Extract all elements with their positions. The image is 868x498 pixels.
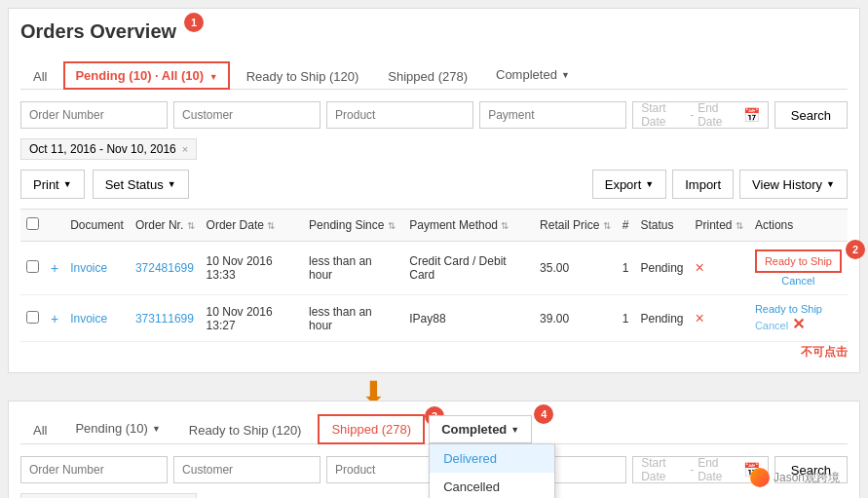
row2-document[interactable]: Invoice (70, 312, 107, 326)
col-payment-method: Payment Method ⇅ (403, 210, 534, 242)
tab-all-top[interactable]: All (20, 62, 59, 90)
col-pending-since: Pending Since ⇅ (303, 210, 403, 242)
row1-pending-since: less than an hour (303, 242, 403, 295)
import-button[interactable]: Import (672, 170, 734, 199)
row2-checkbox[interactable] (26, 311, 39, 324)
row1-order-nr[interactable]: 372481699 (135, 261, 194, 275)
date-tag-top: Oct 11, 2016 - Nov 10, 2016 × (20, 138, 197, 160)
bottom-section: All Pending (10) Ready to Ship (120) Shi… (8, 401, 860, 498)
row1-expand[interactable]: + (51, 260, 58, 276)
sort-printed[interactable]: ⇅ (736, 220, 743, 231)
payment-input-top[interactable] (479, 101, 626, 129)
cannot-click-label: 不可点击 (20, 344, 848, 361)
top-tabs-row: All Pending (10) · All (10) ▼ Ready to S… (20, 60, 848, 90)
row2-status: Pending (634, 295, 689, 342)
row1-checkbox[interactable] (26, 260, 39, 273)
top-filters-row: Start Date - End Date 📅 Search (20, 101, 848, 129)
print-button[interactable]: Print (20, 170, 85, 199)
sort-retail[interactable]: ⇅ (603, 220, 611, 231)
search-button-top[interactable]: Search (774, 101, 848, 129)
toolbar-right: Export Import View History (592, 170, 848, 199)
row1-qty: 1 (617, 242, 635, 295)
tab-ready-ship-top[interactable]: Ready to Ship (120) (234, 62, 372, 90)
date-range-top[interactable]: Start Date - End Date 📅 (632, 101, 769, 129)
tab-all-bottom[interactable]: All (20, 416, 59, 443)
export-button[interactable]: Export (592, 170, 667, 199)
row2-order-date: 10 Nov 2016 13:27 (201, 295, 303, 342)
tab-pending-top[interactable]: Pending (10) · All (10) ▼ (63, 61, 229, 90)
row2-printed[interactable]: × (696, 310, 704, 326)
select-all-checkbox[interactable] (26, 217, 39, 230)
page-wrapper: Orders Overview 1 All Pending (10) · All… (0, 8, 868, 498)
completed-arrow[interactable]: ▼ (510, 425, 519, 435)
customer-input-bottom[interactable] (173, 456, 321, 483)
start-date-label-top: Start Date (641, 101, 686, 129)
watermark-logo (750, 468, 770, 487)
row2-price: 39.00 (534, 295, 617, 342)
row1-ready-ship-btn[interactable]: Ready to Ship (755, 249, 842, 273)
tab-shipped-bottom[interactable]: Shipped (278) 3 (318, 414, 425, 444)
row2-payment: IPay88 (403, 295, 534, 342)
end-date-label-bottom: End Date (698, 456, 739, 483)
annotation-4: 4 (534, 404, 553, 424)
customer-input-top[interactable] (173, 101, 321, 129)
row1-document[interactable]: Invoice (70, 261, 107, 275)
col-qty: # (617, 210, 635, 242)
order-number-input-top[interactable] (20, 101, 168, 129)
row2-pending-since: less than an hour (303, 295, 403, 342)
date-range-bottom[interactable]: Start Date - End Date 📅 (632, 456, 769, 483)
start-date-label-bottom: Start Date (641, 456, 686, 483)
col-actions: Actions (749, 210, 848, 242)
tab-ready-ship-bottom[interactable]: Ready to Ship (120) (176, 416, 315, 443)
annotation-2: 2 (846, 240, 865, 259)
tab-completed-bottom[interactable]: Completed ▼ (429, 415, 532, 443)
product-input-top[interactable] (326, 101, 473, 129)
orders-table-top: Document Order Nr. ⇅ Order Date ⇅ Pendin… (20, 209, 848, 342)
annotation-1: 1 (184, 13, 204, 32)
row2-order-nr[interactable]: 373111699 (135, 312, 194, 326)
col-status: Status (634, 210, 689, 242)
top-toolbar: Print Set Status Export Import View Hist… (20, 170, 848, 199)
page-title: Orders Overview (20, 20, 176, 43)
watermark: Jason观跨境 (750, 468, 840, 487)
dropdown-delivered[interactable]: Delivered (430, 444, 554, 473)
row1-price: 35.00 (534, 242, 617, 295)
set-status-button[interactable]: Set Status (93, 170, 189, 199)
row2-ready-ship-text: Ready to Ship (755, 303, 842, 315)
table-row: + Invoice 372481699 10 Nov 2016 13:33 le… (20, 242, 848, 295)
sort-pending-since[interactable]: ⇅ (388, 220, 396, 231)
date-tag-container-top: Oct 11, 2016 - Nov 10, 2016 × (20, 138, 848, 160)
row2-qty: 1 (617, 295, 635, 342)
row1-printed[interactable]: × (696, 259, 704, 276)
row1-cancel-link[interactable]: Cancel (755, 275, 842, 287)
view-history-button[interactable]: View History (739, 170, 848, 199)
col-order-nr: Order Nr. ⇅ (130, 210, 201, 242)
top-section: Orders Overview 1 All Pending (10) · All… (8, 8, 860, 373)
end-date-label-top: End Date (698, 101, 739, 129)
completed-dropdown-menu: Delivered Cancelled Delivery failed Retu… (429, 443, 555, 498)
order-number-input-bottom[interactable] (20, 456, 168, 483)
sort-order-nr[interactable]: ⇅ (187, 220, 195, 231)
row2-cancel-link: Cancel (755, 320, 788, 331)
row2-expand[interactable]: + (51, 311, 58, 326)
dropdown-cancelled[interactable]: Cancelled (430, 473, 554, 498)
col-printed: Printed ⇅ (690, 210, 749, 242)
col-order-date: Order Date ⇅ (201, 210, 303, 242)
pending-dropdown-arrow[interactable]: ▼ (209, 72, 218, 82)
row1-status: Pending (634, 242, 689, 295)
bottom-tabs-row: All Pending (10) Ready to Ship (120) Shi… (20, 413, 848, 444)
watermark-text: Jason观跨境 (774, 470, 840, 486)
row1-order-date: 10 Nov 2016 13:33 (201, 242, 303, 295)
date-tag-remove-top[interactable]: × (182, 143, 188, 155)
row2-x-cancel: ✕ (792, 315, 805, 333)
sort-payment[interactable]: ⇅ (501, 220, 509, 231)
sort-order-date[interactable]: ⇅ (267, 220, 275, 231)
tab-pending-bottom[interactable]: Pending (10) (63, 415, 171, 441)
date-tag-bottom: Oct 11, 2016 - Nov 10, 2016 × (20, 493, 197, 498)
col-document: Document (64, 210, 130, 242)
row1-payment: Credit Card / Debit Card (403, 242, 534, 295)
calendar-icon-top[interactable]: 📅 (743, 107, 760, 123)
col-retail-price: Retail Price ⇅ (534, 210, 617, 242)
tab-completed-top[interactable]: Completed (484, 61, 582, 88)
tab-shipped-top[interactable]: Shipped (278) (375, 62, 480, 90)
